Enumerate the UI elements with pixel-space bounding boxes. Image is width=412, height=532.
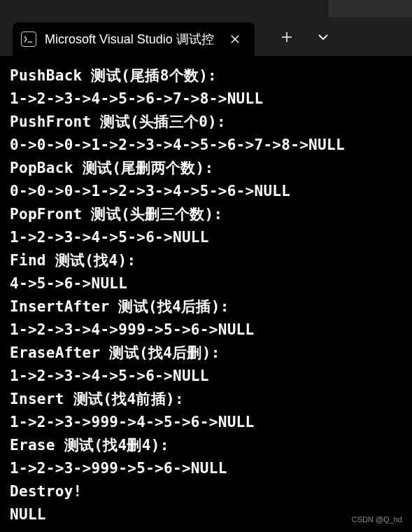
console-line: PushBack 测试(尾插8个数):	[10, 64, 402, 88]
console-line: 4->5->6->NULL	[10, 272, 402, 295]
console-line: PushFront 测试(头插三个0):	[10, 111, 402, 134]
console-line: EraseAfter 测试(找4后删):	[10, 342, 402, 365]
new-tab-button[interactable]	[269, 20, 305, 54]
dropdown-button[interactable]	[305, 20, 341, 54]
console-line: 1->2->3->999->4->5->6->NULL	[10, 411, 402, 434]
tab-bar: Microsoft Visual Studio 调试控	[0, 18, 412, 56]
tab-title: Microsoft Visual Studio 调试控	[45, 31, 214, 48]
console-line: 1->2->3->4->5->6->NULL	[10, 365, 402, 388]
console-line: 1->2->3->4->5->6->7->8->NULL	[10, 88, 402, 111]
console-line: NULL	[10, 503, 402, 526]
watermark: CSDN @Q_hd	[352, 515, 402, 524]
console-line: 1->2->3->999->5->6->NULL	[10, 457, 402, 480]
tab-active[interactable]: Microsoft Visual Studio 调试控	[13, 22, 255, 56]
console-line: 0->0->0->1->2->3->4->5->6->NULL	[10, 180, 402, 203]
tab-actions	[269, 20, 341, 54]
console-line: 0->0->0->1->2->3->4->5->6->7->8->NULL	[10, 134, 402, 157]
console-icon	[21, 31, 36, 47]
titlebar-shadow	[328, 0, 412, 18]
console-line: Erase 测试(找4删4):	[10, 434, 402, 457]
console-line: PopFront 测试(头删三个数):	[10, 203, 402, 226]
console-line: Insert 测试(找4前插):	[10, 388, 402, 411]
close-icon[interactable]	[225, 29, 245, 49]
console-line: 1->2->3->4->5->6->NULL	[10, 226, 402, 249]
console-line: 1->2->3->4->999->5->6->NULL	[10, 318, 402, 342]
console-line: Destroy!	[10, 480, 402, 503]
console-output: PushBack 测试(尾插8个数): 1->2->3->4->5->6->7-…	[0, 56, 412, 532]
console-line: Find 测试(找4):	[10, 249, 402, 272]
console-line: InsertAfter 测试(找4后插):	[10, 295, 402, 318]
console-line: PopBack 测试(尾删两个数):	[10, 157, 402, 180]
